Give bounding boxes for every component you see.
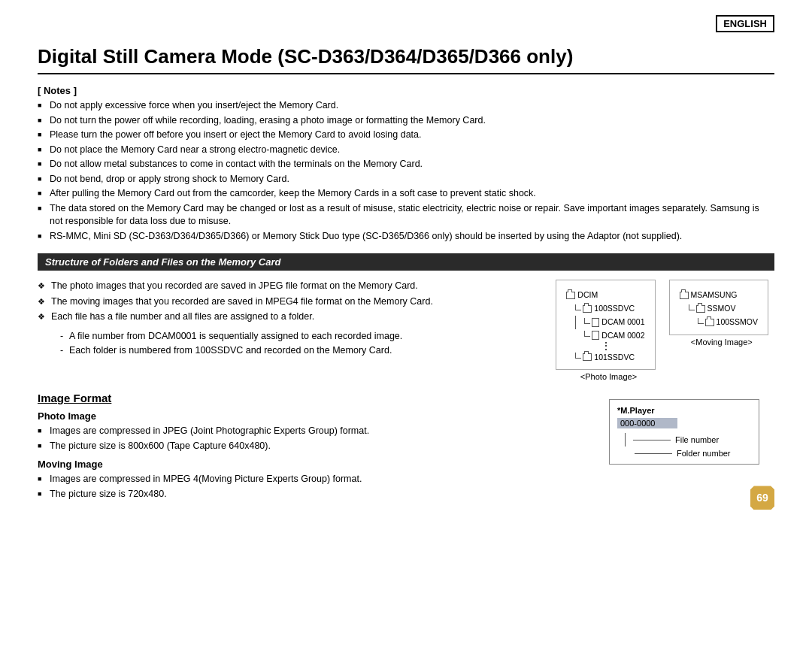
moving-diagram: MSAMSUNG SSMOV [669, 280, 774, 381]
note-item: Do not allow metal substances to come in… [38, 158, 774, 171]
notes-list: Do not apply excessive force when you in… [38, 99, 774, 243]
structure-content: The photo images that you recorded are s… [38, 280, 774, 381]
note-item: The data stored on the Memory Card may b… [38, 202, 774, 229]
note-item: Please turn the power off before you ins… [38, 129, 774, 142]
notes-title: [ Notes ] [38, 85, 774, 96]
bullet-item: Each file has a file number and all file… [38, 310, 474, 324]
structure-section: Structure of Folders and Files on the Me… [38, 253, 774, 381]
file-number-label: File number [675, 435, 719, 444]
photo-image-list: Images are compressed in JPEG (Joint Pho… [38, 425, 594, 453]
page-container: ENGLISH Digital Still Camera Mode (SC-D3… [0, 0, 812, 525]
image-format-title: Image Format [38, 392, 594, 404]
page-number: 69 [750, 486, 774, 510]
moving-tree: MSAMSUNG SSMOV [676, 285, 762, 333]
bullet-item: The photo images that you recorded are s… [38, 280, 474, 293]
note-item: Do not turn the power off while recordin… [38, 114, 774, 128]
photo-tree: DCIM 100SSDVC [562, 285, 648, 368]
mplayer-number: 000-0000 [617, 418, 677, 428]
moving-item: The picture size is 720x480. [38, 488, 594, 501]
folder-number-label: Folder number [677, 449, 731, 458]
mplayer-box: *M.Player 000-0000 File number Folder nu… [609, 399, 759, 465]
mplayer-title: *M.Player [617, 406, 751, 415]
structure-header: Structure of Folders and Files on the Me… [38, 253, 774, 271]
bullet-list: The photo images that you recorded are s… [38, 280, 474, 324]
note-item: After pulling the Memory Card out from t… [38, 187, 774, 201]
photo-caption: <Photo Image> [556, 372, 661, 381]
photo-image-heading: Photo Image [38, 410, 594, 422]
moving-image-list: Images are compressed in MPEG 4(Moving P… [38, 473, 594, 501]
dash-item: Each folder is numbered from 100SSDVC an… [60, 344, 474, 358]
photo-item: The picture size is 800x600 (Tape Captur… [38, 440, 594, 453]
photo-diagram: DCIM 100SSDVC [556, 280, 661, 381]
notes-section: [ Notes ] Do not apply excessive force w… [38, 85, 774, 243]
dash-item: A file number from DCAM0001 is sequentia… [60, 330, 474, 344]
moving-caption: <Moving Image> [669, 338, 774, 347]
diagrams-area: DCIM 100SSDVC [489, 280, 774, 381]
photo-item: Images are compressed in JPEG (Joint Pho… [38, 425, 594, 438]
moving-item: Images are compressed in MPEG 4(Moving P… [38, 473, 594, 486]
mplayer-area: *M.Player 000-0000 File number Folder nu… [609, 392, 774, 502]
bullet-item: The moving images that you recorded are … [38, 295, 474, 309]
structure-text: The photo images that you recorded are s… [38, 280, 474, 381]
note-item: Do not apply excessive force when you in… [38, 99, 774, 113]
main-title: Digital Still Camera Mode (SC-D363/D364/… [38, 45, 774, 74]
image-format-row: Image Format Photo Image Images are comp… [38, 392, 774, 502]
note-item: RS-MMC, Mini SD (SC-D363/D364/D365/D366)… [38, 230, 774, 244]
note-item: Do not bend, drop or apply strong shock … [38, 173, 774, 186]
dash-list: A file number from DCAM0001 is sequentia… [38, 330, 474, 358]
note-item: Do not place the Memory Card near a stro… [38, 144, 774, 157]
image-format-text: Image Format Photo Image Images are comp… [38, 392, 594, 502]
moving-image-heading: Moving Image [38, 459, 594, 470]
language-badge: ENGLISH [716, 15, 774, 32]
image-format-section: Image Format Photo Image Images are comp… [38, 392, 774, 502]
